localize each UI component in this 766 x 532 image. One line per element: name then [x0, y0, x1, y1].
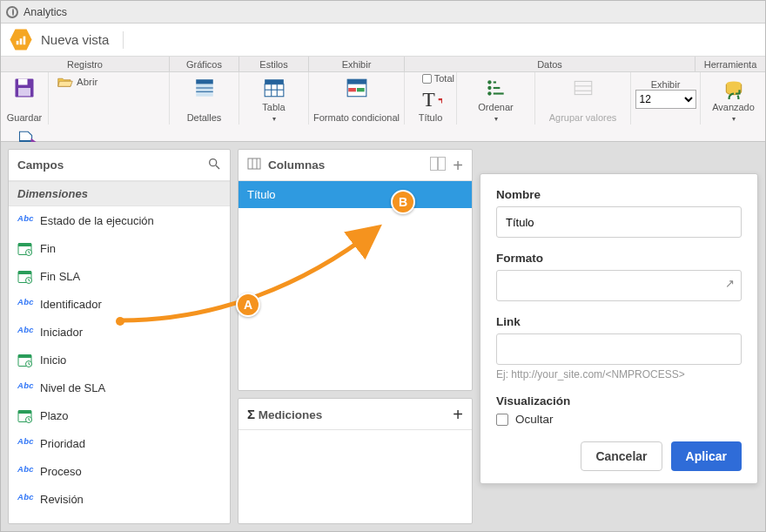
callout-a: A [236, 293, 260, 317]
advanced-icon [722, 76, 746, 100]
ribbon-exhibir-label: Exhibir [651, 79, 681, 90]
ribbon-guardar[interactable]: Guardar [1, 72, 49, 125]
field-item[interactable]: AbcIdentificador [9, 290, 230, 318]
svg-line-48 [29, 364, 30, 365]
field-item-label: Proceso [40, 465, 82, 478]
svg-point-20 [487, 80, 491, 84]
text-type-icon: Abc [17, 492, 33, 506]
ribbon-tabla[interactable]: Tabla [239, 72, 309, 125]
text-type-icon: Abc [17, 436, 33, 450]
field-item-label: Identificador [40, 298, 102, 311]
nombre-label: Nombre [496, 188, 742, 201]
chevron-down-icon [272, 112, 276, 123]
ocultar-checkbox[interactable]: Ocultar [496, 413, 742, 426]
ribbon-ordenar[interactable]: Ordenar [457, 72, 535, 125]
tab-datos[interactable]: Datos [405, 57, 695, 71]
conditional-format-icon [345, 76, 369, 100]
add-column-button[interactable]: + [453, 159, 463, 172]
field-item-label: Iniciador [40, 326, 83, 339]
app-name: Analytics [24, 6, 67, 18]
ribbon-formato[interactable]: Formato condicional [309, 72, 405, 125]
external-link-icon[interactable]: ↗ [725, 277, 735, 290]
ribbon-abrir[interactable]: Abrir [57, 76, 97, 88]
tab-graficos[interactable]: Gráficos [170, 57, 239, 71]
column-selected-titulo[interactable]: Título [239, 181, 472, 208]
svg-rect-17 [348, 88, 356, 91]
save-icon [12, 76, 37, 100]
measures-panel: Σ Mediciones + [238, 398, 473, 524]
svg-point-32 [210, 159, 217, 166]
field-item[interactable]: Plazo [9, 401, 230, 429]
field-item-label: Nivel de SLA [40, 381, 105, 394]
sigma-icon: Σ [247, 407, 255, 421]
svg-rect-0 [17, 40, 19, 44]
ribbon-avanzado-label: Avanzado [712, 102, 755, 112]
sort-icon [484, 76, 508, 100]
field-item[interactable]: AbcEstado de la ejecución [9, 206, 230, 234]
field-item-label: Plazo [40, 409, 69, 422]
ribbon-detalles[interactable]: Detalles [170, 72, 239, 125]
doc-title[interactable]: Nueva vista [41, 32, 109, 47]
field-item[interactable]: AbcProceso [9, 457, 230, 485]
svg-rect-26 [574, 81, 592, 94]
ribbon-titulo[interactable]: Total T Título [405, 72, 457, 125]
table-icon [262, 76, 286, 100]
exhibir-select[interactable]: 12 [635, 90, 696, 109]
tab-herramienta[interactable]: Herramienta [695, 57, 765, 71]
drag-start-dot [116, 317, 124, 326]
svg-rect-2 [24, 36, 26, 44]
calendar-icon [17, 241, 33, 255]
fields-panel: Campos Dimensiones AbcEstado de la ejecu… [8, 149, 231, 524]
field-item[interactable]: Fin [9, 234, 230, 262]
checkbox-icon [496, 414, 508, 426]
svg-rect-10 [265, 79, 284, 84]
nombre-input[interactable] [496, 206, 742, 238]
ribbon-agrupar-label: Agrupar valores [549, 112, 617, 123]
formato-input[interactable] [496, 270, 742, 301]
title-caret [123, 31, 124, 49]
ribbon-abrir-group: Abrir [49, 72, 170, 125]
cancel-button[interactable]: Cancelar [581, 441, 662, 471]
add-measure-button[interactable]: + [453, 408, 463, 421]
tab-estilos[interactable]: Estilos [239, 57, 309, 71]
apply-button[interactable]: Aplicar [671, 441, 742, 471]
total-checkbox[interactable]: Total [422, 73, 454, 84]
fields-panel-header: Campos [9, 150, 230, 181]
fields-panel-title: Campos [17, 158, 64, 172]
text-type-icon: Abc [17, 464, 33, 478]
columns-panel-title: Columnas [268, 158, 325, 172]
chevron-down-icon [494, 112, 498, 123]
field-item[interactable]: AbcRevisión [9, 485, 230, 513]
total-label: Total [434, 73, 454, 84]
field-item-label: Estado de la ejecución [40, 214, 154, 227]
text-type-icon: Abc [17, 380, 33, 394]
ribbon-guardar-label: Guardar [7, 112, 42, 123]
tab-exhibir[interactable]: Exhibir [309, 57, 405, 71]
ribbon-avanzado[interactable]: Avanzado [701, 72, 766, 125]
table-icon [247, 157, 261, 173]
columns-area: Columnas + Título Σ Mediciones [238, 149, 473, 524]
link-hint: Ej: http://your_site.com/<NMPROCESS> [496, 368, 742, 380]
field-item[interactable]: Inicio [9, 346, 230, 374]
link-input[interactable] [496, 333, 742, 365]
doc-header: Nueva vista [1, 24, 765, 57]
svg-rect-40 [18, 272, 31, 275]
field-item[interactable]: AbcNivel de SLA [9, 374, 230, 401]
fields-dimensions-header: Dimensiones [9, 181, 230, 206]
svg-rect-4 [18, 79, 28, 85]
layout-toggle-icon[interactable] [430, 157, 446, 173]
search-icon[interactable] [207, 157, 221, 173]
field-item[interactable]: Fin SLA [9, 262, 230, 290]
ribbon-tabs: Registro Gráficos Estilos Exhibir Datos … [1, 57, 765, 72]
field-item-label: Inicio [40, 354, 66, 367]
properties-column: Nombre Formato ↗ Link Ej: http://your_si… [480, 149, 758, 524]
open-folder-icon [57, 76, 73, 88]
text-type-icon: Abc [17, 325, 33, 339]
group-icon [571, 76, 595, 100]
field-item[interactable]: AbcPrioridad [9, 429, 230, 457]
fields-list[interactable]: AbcEstado de la ejecuciónFinFin SLAAbcId… [9, 206, 230, 523]
ribbon: Guardar Abrir Detalles Tabla [1, 72, 765, 142]
tab-registro[interactable]: Registro [1, 57, 170, 71]
svg-rect-58 [439, 158, 446, 171]
columns-panel: Columnas + Título [238, 149, 473, 391]
